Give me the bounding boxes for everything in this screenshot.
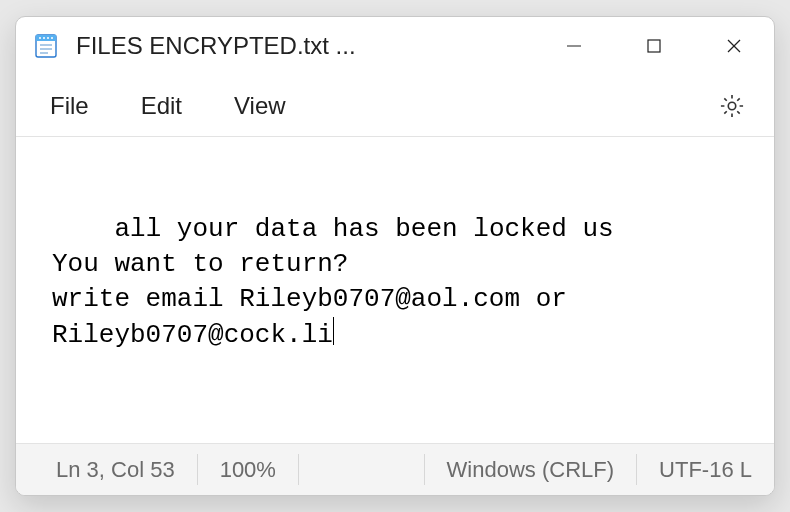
menu-view[interactable]: View bbox=[208, 84, 312, 128]
window-controls bbox=[534, 17, 774, 75]
maximize-button[interactable] bbox=[614, 17, 694, 75]
status-bar: Ln 3, Col 53 100% Windows (CRLF) UTF-16 … bbox=[16, 443, 774, 495]
window-title: FILES ENCRYPTED.txt ... bbox=[76, 32, 356, 60]
svg-point-13 bbox=[728, 102, 735, 109]
notepad-window: FILES ENCRYPTED.txt ... File Edit View bbox=[15, 16, 775, 496]
minimize-button[interactable] bbox=[534, 17, 614, 75]
notepad-icon bbox=[30, 30, 62, 62]
svg-point-5 bbox=[51, 37, 53, 39]
settings-button[interactable] bbox=[708, 82, 756, 130]
svg-point-3 bbox=[43, 37, 45, 39]
menubar: File Edit View bbox=[16, 75, 774, 137]
svg-point-4 bbox=[47, 37, 49, 39]
status-line-ending: Windows (CRLF) bbox=[425, 454, 637, 485]
svg-point-2 bbox=[39, 37, 41, 39]
menu-edit[interactable]: Edit bbox=[115, 84, 208, 128]
text-editor[interactable]: all your data has been locked us You wan… bbox=[16, 137, 774, 443]
status-position: Ln 3, Col 53 bbox=[16, 454, 198, 485]
menu-file[interactable]: File bbox=[24, 84, 115, 128]
status-encoding: UTF-16 L bbox=[637, 454, 774, 485]
text-caret bbox=[333, 317, 334, 345]
svg-rect-10 bbox=[648, 40, 660, 52]
gear-icon bbox=[718, 92, 746, 120]
titlebar: FILES ENCRYPTED.txt ... bbox=[16, 17, 774, 75]
status-zoom[interactable]: 100% bbox=[198, 454, 299, 485]
close-button[interactable] bbox=[694, 17, 774, 75]
